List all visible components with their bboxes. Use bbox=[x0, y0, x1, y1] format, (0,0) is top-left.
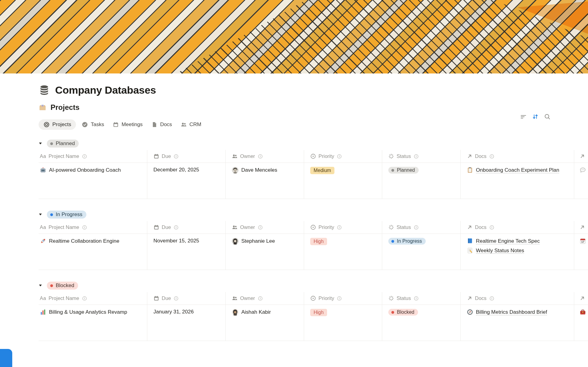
tab-projects[interactable]: Projects bbox=[39, 119, 76, 130]
column-header-project-name[interactable]: AaProject Name bbox=[39, 150, 147, 163]
group-chip-planned[interactable]: Planned bbox=[47, 140, 79, 148]
owner-cell[interactable]: Dave Menceles bbox=[226, 163, 304, 199]
calendar-icon bbox=[153, 153, 159, 159]
status-chip[interactable]: In Progress bbox=[388, 238, 426, 245]
docs-cell[interactable]: Onboarding Coach Experiment Plan bbox=[461, 163, 574, 199]
arrow-up-right-icon bbox=[467, 295, 473, 301]
status-dot bbox=[391, 240, 394, 243]
collapse-toggle-icon[interactable] bbox=[39, 284, 42, 287]
column-header-owner[interactable]: Owner bbox=[226, 292, 304, 305]
calendar-icon bbox=[153, 224, 159, 230]
select-icon bbox=[310, 224, 316, 230]
column-header-owner[interactable]: Owner bbox=[226, 150, 304, 163]
priority-cell[interactable]: High bbox=[304, 234, 382, 270]
status-chip[interactable]: Planned bbox=[388, 167, 419, 174]
status-cell[interactable]: In Progress bbox=[382, 234, 461, 270]
priority-chip[interactable]: High bbox=[310, 238, 327, 245]
group-chip-blocked[interactable]: Blocked bbox=[47, 282, 78, 290]
tab-docs[interactable]: Docs bbox=[149, 119, 175, 130]
docs-cell[interactable]: Realtime Engine Tech Spec Weekly Status … bbox=[461, 234, 574, 270]
tab-tasks[interactable]: Tasks bbox=[79, 119, 107, 130]
owner-cell[interactable]: Stephanie Lee bbox=[226, 234, 304, 270]
search-icon[interactable] bbox=[544, 113, 551, 120]
group-blocked: Blocked AaProject Name Due Owner Priorit… bbox=[39, 281, 588, 341]
column-header-priority[interactable]: Priority bbox=[304, 221, 382, 234]
due-cell[interactable]: December 20, 2025 bbox=[147, 163, 226, 199]
status-cell[interactable]: Blocked bbox=[382, 305, 461, 341]
arrow-up-right-icon bbox=[467, 153, 473, 159]
people-icon bbox=[232, 295, 238, 301]
column-header-due[interactable]: Due bbox=[147, 292, 226, 305]
project-name-cell[interactable]: Realtime Collaboration Engine bbox=[39, 234, 147, 270]
column-header-status[interactable]: Status bbox=[382, 150, 461, 163]
column-header-priority[interactable]: Priority bbox=[304, 150, 382, 163]
memo-icon bbox=[467, 247, 473, 254]
column-header-docs[interactable]: Docs bbox=[461, 150, 574, 163]
info-icon bbox=[82, 296, 87, 301]
project-name-cell[interactable]: AI-powered Onboarding Coach bbox=[39, 163, 147, 199]
blue-book-icon bbox=[467, 238, 473, 244]
docs-cell[interactable]: Billing Metrics Dashboard Brief bbox=[461, 305, 574, 341]
owner-cell[interactable]: Aishah Kabir bbox=[226, 305, 304, 341]
status-cell[interactable]: Planned bbox=[382, 163, 461, 199]
doc-link[interactable]: Realtime Engine Tech Spec bbox=[467, 238, 570, 244]
tab-label: Projects bbox=[52, 122, 71, 128]
people-icon bbox=[232, 153, 238, 159]
column-header-extra[interactable] bbox=[574, 150, 588, 163]
priority-chip[interactable]: Medium bbox=[310, 167, 334, 174]
column-header-docs[interactable]: Docs bbox=[461, 292, 574, 305]
arrow-up-right-icon bbox=[579, 153, 585, 159]
page-content: Company Databases Projects Projects Task… bbox=[0, 73, 588, 341]
status-spinner-icon bbox=[388, 153, 394, 159]
robot-icon bbox=[40, 167, 46, 173]
speech-balloon-icon bbox=[579, 167, 586, 174]
due-cell[interactable]: January 31, 2026 bbox=[147, 305, 226, 341]
collapse-toggle-icon[interactable] bbox=[39, 213, 42, 216]
column-header-docs[interactable]: Docs bbox=[461, 221, 574, 234]
select-icon bbox=[310, 295, 316, 301]
compass-icon bbox=[467, 309, 473, 315]
tab-label: Meetings bbox=[122, 122, 143, 128]
column-header-due[interactable]: Due bbox=[147, 150, 226, 163]
priority-chip[interactable]: High bbox=[310, 309, 327, 316]
page-cover-image bbox=[0, 0, 588, 73]
text-property-icon: Aa bbox=[40, 154, 46, 159]
info-icon bbox=[489, 225, 494, 230]
filter-icon[interactable] bbox=[520, 113, 527, 120]
column-header-project-name[interactable]: AaProject Name bbox=[39, 221, 147, 234]
avatar bbox=[232, 238, 239, 245]
group-chip-in-progress[interactable]: In Progress bbox=[47, 211, 86, 219]
column-header-status[interactable]: Status bbox=[382, 221, 461, 234]
column-header-status[interactable]: Status bbox=[382, 292, 461, 305]
status-spinner-icon bbox=[388, 224, 394, 230]
tab-meetings[interactable]: Meetings bbox=[110, 119, 145, 130]
project-name-cell[interactable]: Billing & Usage Analytics Revamp bbox=[39, 305, 147, 341]
column-header-project-name[interactable]: AaProject Name bbox=[39, 292, 147, 305]
doc-link[interactable]: Weekly Status Notes bbox=[467, 247, 570, 254]
bar-chart-icon bbox=[40, 309, 46, 315]
column-header-owner[interactable]: Owner bbox=[226, 221, 304, 234]
status-dot bbox=[391, 169, 394, 172]
extra-cell[interactable] bbox=[574, 163, 588, 199]
column-header-priority[interactable]: Priority bbox=[304, 292, 382, 305]
corner-button-partial[interactable] bbox=[0, 349, 12, 367]
info-icon bbox=[82, 225, 87, 230]
column-header-extra[interactable] bbox=[574, 221, 588, 234]
extra-cell[interactable] bbox=[574, 305, 588, 341]
sort-icon[interactable] bbox=[532, 113, 539, 120]
column-header-due[interactable]: Due bbox=[147, 221, 226, 234]
doc-link[interactable]: Onboarding Coach Experiment Plan bbox=[467, 167, 570, 173]
check-circle-icon bbox=[82, 122, 88, 128]
extra-cell[interactable] bbox=[574, 234, 588, 270]
arrow-up-right-icon bbox=[579, 224, 585, 230]
status-chip[interactable]: Blocked bbox=[388, 309, 418, 316]
column-header-extra[interactable] bbox=[574, 292, 588, 305]
priority-cell[interactable]: High bbox=[304, 305, 382, 341]
view-toolbar bbox=[520, 113, 551, 120]
collapse-toggle-icon[interactable] bbox=[39, 142, 42, 145]
database-icon bbox=[39, 84, 50, 96]
doc-link[interactable]: Billing Metrics Dashboard Brief bbox=[467, 309, 570, 315]
tab-crm[interactable]: CRM bbox=[178, 119, 204, 130]
priority-cell[interactable]: Medium bbox=[304, 163, 382, 199]
due-cell[interactable]: November 15, 2025 bbox=[147, 234, 226, 270]
